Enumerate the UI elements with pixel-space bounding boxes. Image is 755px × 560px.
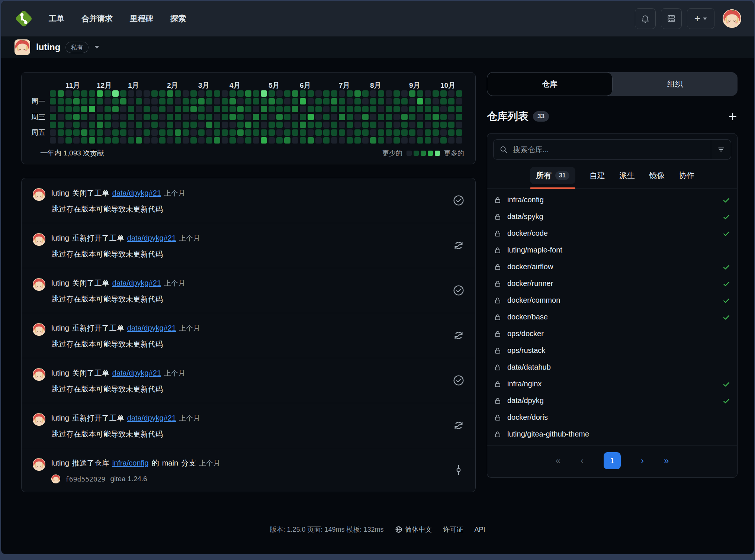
repo-row[interactable]: data/spykg bbox=[487, 208, 737, 225]
feed-item-avatar[interactable] bbox=[33, 233, 45, 246]
repo-filter-tab[interactable]: 镜像 bbox=[649, 167, 665, 184]
feed-object-link[interactable]: data/dpykg#21 bbox=[112, 369, 161, 377]
repo-row[interactable]: docker/airflow bbox=[487, 258, 737, 275]
commit-sha-link[interactable]: f69d552029 bbox=[65, 475, 105, 483]
repo-name[interactable]: luting/gitea-github-theme bbox=[507, 430, 589, 438]
check-icon bbox=[722, 229, 730, 238]
heatmap-cell bbox=[292, 90, 298, 97]
repo-name[interactable]: docker/common bbox=[507, 296, 560, 305]
heatmap-cell bbox=[253, 98, 259, 104]
user-avatar[interactable] bbox=[723, 9, 741, 28]
repo-row[interactable]: docker/code bbox=[487, 225, 737, 242]
repo-name[interactable]: docker/base bbox=[507, 313, 548, 321]
feed-object-link[interactable]: data/dpykg#21 bbox=[127, 234, 176, 242]
notifications-button[interactable] bbox=[635, 8, 656, 29]
sidebar-tabs: 仓库 组织 bbox=[487, 72, 738, 96]
feed-actor[interactable]: luting bbox=[51, 279, 69, 287]
repo-search-input[interactable] bbox=[508, 145, 711, 154]
heatmap-cell bbox=[229, 114, 236, 120]
repo-name[interactable]: docker/code bbox=[507, 229, 548, 238]
footer-stats: 版本: 1.25.0 页面: 149ms 模板: 132ms bbox=[270, 525, 383, 534]
repo-name[interactable]: docker/airflow bbox=[507, 263, 553, 271]
feed-actor[interactable]: luting bbox=[51, 459, 69, 467]
tab-organizations[interactable]: 组织 bbox=[613, 72, 738, 96]
repo-name[interactable]: data/spykg bbox=[507, 212, 543, 221]
api-link[interactable]: API bbox=[475, 526, 485, 534]
tab-repositories[interactable]: 仓库 bbox=[487, 72, 613, 96]
feed-item-avatar[interactable] bbox=[33, 458, 45, 471]
heatmap-month-label: 7月 bbox=[339, 81, 350, 90]
repo-row[interactable]: luting/gitea-github-theme bbox=[487, 426, 737, 442]
nav-link[interactable]: 里程碑 bbox=[130, 13, 153, 24]
repo-row[interactable]: ops/rustack bbox=[487, 342, 737, 359]
repo-filter-tab[interactable]: 派生 bbox=[619, 167, 635, 184]
gitea-logo-icon[interactable] bbox=[14, 9, 34, 29]
pagination-current-page[interactable]: 1 bbox=[604, 452, 621, 469]
nav-link[interactable]: 探索 bbox=[170, 13, 186, 24]
heatmap-cell bbox=[183, 98, 189, 104]
license-link[interactable]: 许可证 bbox=[443, 525, 463, 534]
feed-object-link[interactable]: infra/config bbox=[112, 459, 149, 467]
admin-panel-button[interactable] bbox=[661, 8, 682, 29]
heatmap-cell bbox=[323, 90, 330, 97]
repo-name[interactable]: ops/docker bbox=[507, 329, 544, 338]
locale-selector[interactable]: 简体中文 bbox=[395, 525, 432, 534]
repo-list-title: 仓库列表 bbox=[487, 109, 528, 123]
repo-filter-active[interactable]: 所有31 bbox=[530, 167, 575, 184]
heatmap-cell bbox=[440, 98, 447, 104]
feed-item-avatar[interactable] bbox=[33, 413, 45, 426]
feed-object-link[interactable]: data/dpykg#21 bbox=[127, 324, 176, 332]
heatmap-cell bbox=[284, 122, 290, 128]
heatmap-cell bbox=[128, 122, 134, 128]
repo-row[interactable]: docker/common bbox=[487, 292, 737, 309]
repo-filter-tab[interactable]: 自建 bbox=[589, 167, 605, 184]
repo-row[interactable]: docker/doris bbox=[487, 409, 737, 426]
feed-object-link[interactable]: data/dpykg#21 bbox=[112, 279, 161, 287]
profile-avatar[interactable] bbox=[15, 39, 30, 55]
heatmap-cell bbox=[229, 90, 236, 97]
repo-row[interactable]: data/dpykg bbox=[487, 392, 737, 409]
feed-actor[interactable]: luting bbox=[51, 369, 69, 377]
feed-actor[interactable]: luting bbox=[51, 234, 69, 242]
pagination-prev[interactable]: ‹ bbox=[581, 456, 584, 466]
heatmap-cell bbox=[222, 106, 228, 112]
repo-row[interactable]: ops/docker bbox=[487, 325, 737, 342]
feed-item-avatar[interactable] bbox=[33, 188, 45, 201]
repo-name[interactable]: data/datahub bbox=[507, 363, 551, 371]
repo-name[interactable]: infra/config bbox=[507, 196, 544, 204]
profile-username[interactable]: luting bbox=[36, 42, 60, 52]
repo-row[interactable]: data/datahub bbox=[487, 359, 737, 376]
pagination-next[interactable]: › bbox=[641, 456, 644, 466]
heatmap-cell bbox=[136, 90, 142, 97]
heatmap-cell bbox=[261, 137, 267, 144]
profile-dropdown-caret-icon[interactable] bbox=[94, 46, 99, 49]
feed-item-avatar[interactable] bbox=[33, 368, 45, 381]
nav-link[interactable]: 合并请求 bbox=[81, 13, 113, 24]
feed-actor[interactable]: luting bbox=[51, 189, 69, 197]
search-filter-button[interactable] bbox=[711, 140, 731, 159]
repo-name[interactable]: docker/runner bbox=[507, 279, 553, 288]
create-new-button[interactable]: + bbox=[687, 8, 714, 29]
repo-name[interactable]: docker/doris bbox=[507, 413, 548, 422]
feed-actor[interactable]: luting bbox=[51, 324, 69, 332]
repo-row[interactable]: infra/config bbox=[487, 192, 737, 208]
repo-name[interactable]: data/dpykg bbox=[507, 396, 544, 405]
repo-name[interactable]: infra/nginx bbox=[507, 380, 542, 388]
pagination-last[interactable]: » bbox=[664, 456, 669, 466]
repo-name[interactable]: ops/rustack bbox=[507, 346, 545, 355]
repo-row[interactable]: docker/base bbox=[487, 309, 737, 325]
pagination-first[interactable]: « bbox=[556, 456, 560, 466]
repo-row[interactable]: docker/runner bbox=[487, 275, 737, 292]
add-repo-button[interactable] bbox=[728, 112, 738, 121]
feed-object-link[interactable]: data/dpykg#21 bbox=[127, 414, 176, 422]
repo-row[interactable]: infra/nginx bbox=[487, 376, 737, 392]
heatmap-cell bbox=[456, 129, 462, 136]
feed-object-link[interactable]: data/dpykg#21 bbox=[112, 189, 161, 197]
repo-filter-tab[interactable]: 协作 bbox=[679, 167, 694, 184]
feed-item-avatar[interactable] bbox=[33, 323, 45, 336]
repo-row[interactable]: luting/maple-font bbox=[487, 242, 737, 258]
feed-item-avatar[interactable] bbox=[33, 278, 45, 291]
nav-link[interactable]: 工单 bbox=[49, 13, 64, 24]
repo-name[interactable]: luting/maple-font bbox=[507, 246, 562, 254]
feed-actor[interactable]: luting bbox=[51, 414, 69, 422]
